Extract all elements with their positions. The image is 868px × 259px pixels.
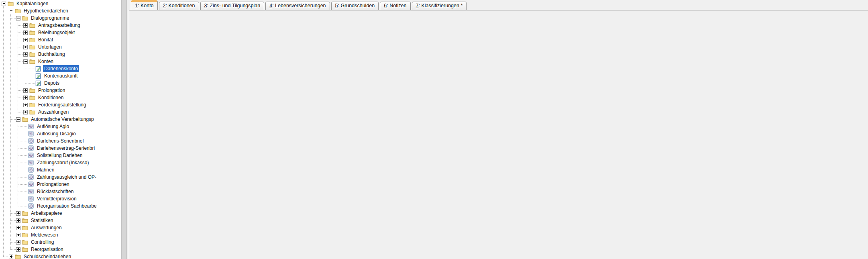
tree-item-meldewesen[interactable]: Meldewesen — [0, 231, 121, 239]
tree-item-antragsbearbeitung[interactable]: Antragsbearbeitung — [0, 22, 121, 29]
tree-connector — [18, 155, 28, 156]
tree-item-beleihungsobjekt[interactable]: Beleihungsobjekt — [0, 29, 121, 36]
document-icon — [35, 66, 41, 72]
tree-item-reorganisation-sachbearbe[interactable]: Reorganisation Sachbearbe — [0, 202, 121, 210]
expander-minus-icon[interactable] — [16, 117, 20, 122]
tree-item-controlling[interactable]: Controlling — [0, 239, 121, 246]
tree-vertical-scrollbar[interactable] — [121, 0, 127, 259]
expander-plus-icon[interactable] — [23, 23, 28, 28]
tree-item-mahnen[interactable]: Mahnen — [0, 166, 121, 173]
tree-item-rücklastschriften[interactable]: Rücklastschriften — [0, 188, 121, 195]
folder-icon — [29, 95, 35, 100]
tree-item-depots[interactable]: Depots — [0, 80, 121, 87]
tree-item-konditionen[interactable]: Konditionen — [0, 94, 121, 101]
tree-connector — [18, 192, 28, 192]
expander-plus-icon[interactable] — [16, 218, 20, 223]
expander-plus-icon[interactable] — [23, 88, 28, 93]
expander-minus-icon[interactable] — [23, 59, 28, 64]
tree-item-prolongation[interactable]: Prolongation — [0, 87, 121, 94]
expander-minus-icon[interactable] — [9, 9, 13, 13]
tab-konditionen[interactable]: 2: Konditionen — [159, 2, 199, 10]
tree-connector — [10, 220, 16, 221]
expander-plus-icon[interactable] — [16, 211, 20, 216]
tree-item-label: Konditionen — [37, 94, 65, 101]
tree-connector — [18, 206, 28, 206]
gear-icon — [28, 138, 34, 144]
expander-plus-icon[interactable] — [9, 255, 13, 259]
tree-item-auszahlungen[interactable]: Auszahlungen — [0, 108, 121, 116]
tree-connector — [10, 119, 16, 120]
expander-plus-icon[interactable] — [23, 45, 28, 49]
tree-item-label: Prolongation — [37, 87, 66, 94]
tree-item-label: Beleihungsobjekt — [37, 29, 76, 36]
tree-item-konten[interactable]: Konten — [0, 58, 121, 65]
tab-lebensversicherungen[interactable]: 4: Lebensversicherungen — [265, 2, 330, 10]
tree-item-buchhaltung[interactable]: Buchhaltung — [0, 51, 121, 58]
tree-item-darlehens-serienbrief[interactable]: Darlehens-Serienbrief — [0, 137, 121, 145]
gear-icon — [28, 189, 34, 194]
tab-zins-und-tilgungsplan[interactable]: 3: Zins- und Tilgungsplan — [200, 2, 265, 10]
tree-item-label: Controlling — [30, 239, 55, 246]
tree-item-label: Kapitalanlagen — [15, 0, 49, 7]
tree-item-sollstellung-darlehen[interactable]: Sollstellung Darlehen — [0, 152, 121, 159]
tree-connector — [18, 163, 28, 163]
tree-item-statistiken[interactable]: Statistiken — [0, 217, 121, 224]
expander-minus-icon[interactable] — [16, 16, 20, 20]
tree-connector — [18, 25, 23, 26]
document-icon — [35, 80, 41, 86]
folder-icon — [22, 232, 28, 238]
tab-klassifizierungen[interactable]: 7: Klassifizierungen * — [412, 2, 467, 10]
gear-icon — [28, 138, 34, 144]
expander-plus-icon[interactable] — [23, 38, 28, 42]
tree-item-kontenauskunft[interactable]: Kontenauskunft — [0, 72, 121, 80]
tree-item-dialogprogramme[interactable]: Dialogprogramme — [0, 14, 121, 22]
tree-connector — [3, 257, 8, 257]
expander-plus-icon[interactable] — [16, 240, 20, 245]
tree-item-schuldscheindarlehen[interactable]: Schuldscheindarlehen — [0, 253, 121, 259]
tree-connector — [25, 76, 35, 76]
tree-connector — [18, 148, 28, 149]
folder-icon — [29, 109, 35, 115]
expander-plus-icon[interactable] — [16, 247, 20, 252]
expander-plus-icon[interactable] — [16, 233, 20, 237]
tree-item-arbeitspapiere[interactable]: Arbeitspapiere — [0, 210, 121, 217]
tree-item-auswertungen[interactable]: Auswertungen — [0, 224, 121, 231]
tree-item-automatische-verarbeitungsp[interactable]: Automatische Verarbeitungsp — [0, 116, 121, 123]
tab-notizen[interactable]: 6: Notizen — [380, 2, 410, 10]
folder-icon — [22, 116, 28, 122]
folder-icon — [29, 22, 35, 28]
folder-icon — [8, 1, 14, 6]
tree-item-bonität[interactable]: Bonität — [0, 36, 121, 43]
folder-icon — [22, 218, 28, 223]
expander-plus-icon[interactable] — [23, 31, 28, 35]
tree-item-vermittlerprovision[interactable]: Vermittlerprovision — [0, 195, 121, 202]
tree-item-prolongationen[interactable]: Prolongationen — [0, 181, 121, 188]
expander-plus-icon[interactable] — [23, 110, 28, 114]
expander-plus-icon[interactable] — [23, 52, 28, 57]
tree-item-unterlagen[interactable]: Unterlagen — [0, 43, 121, 51]
gear-icon — [28, 160, 34, 165]
tree-item-auflösung-disagio[interactable]: Auflösung Disagio — [0, 130, 121, 137]
tree-item-darlehenskonto[interactable]: Darlehenskonto — [0, 65, 121, 72]
tree-item-reorganisation[interactable]: Reorganisation — [0, 246, 121, 253]
tree-item-label: Buchhaltung — [37, 51, 66, 58]
tree-item-zahlungsabruf-inkasso[interactable]: Zahlungsabruf (Inkasso) — [0, 159, 121, 166]
folder-icon — [29, 30, 35, 35]
tree-item-hypothekendarlehen[interactable]: Hypothekendarlehen — [0, 7, 121, 14]
expander-plus-icon[interactable] — [23, 103, 28, 107]
expander-plus-icon[interactable] — [23, 96, 28, 100]
tree-item-zahlungsausgleich-und-op[interactable]: Zahlungsausgleich und OP- — [0, 173, 121, 181]
gear-icon — [28, 153, 34, 158]
expander-minus-icon[interactable] — [2, 2, 6, 6]
tab-konto[interactable]: 1: Konto — [131, 0, 158, 10]
tree-item-kapitalanlagen[interactable]: Kapitalanlagen — [0, 0, 121, 7]
tree-item-label: Reorganisation — [30, 246, 65, 253]
tab-grundschulden[interactable]: 5: Grundschulden — [331, 2, 379, 10]
document-icon — [35, 73, 41, 79]
expander-plus-icon[interactable] — [16, 226, 20, 230]
navigation-tree[interactable]: KapitalanlagenHypothekendarlehenDialogpr… — [0, 0, 121, 259]
tree-item-auflösung-agio[interactable]: Auflösung Agio — [0, 123, 121, 130]
folder-icon — [29, 44, 35, 50]
tree-item-forderungsaufstellung[interactable]: Forderungsaufstellung — [0, 101, 121, 108]
tree-item-darlehensvertrag-serienbri[interactable]: Darlehensvertrag-Serienbri — [0, 145, 121, 152]
